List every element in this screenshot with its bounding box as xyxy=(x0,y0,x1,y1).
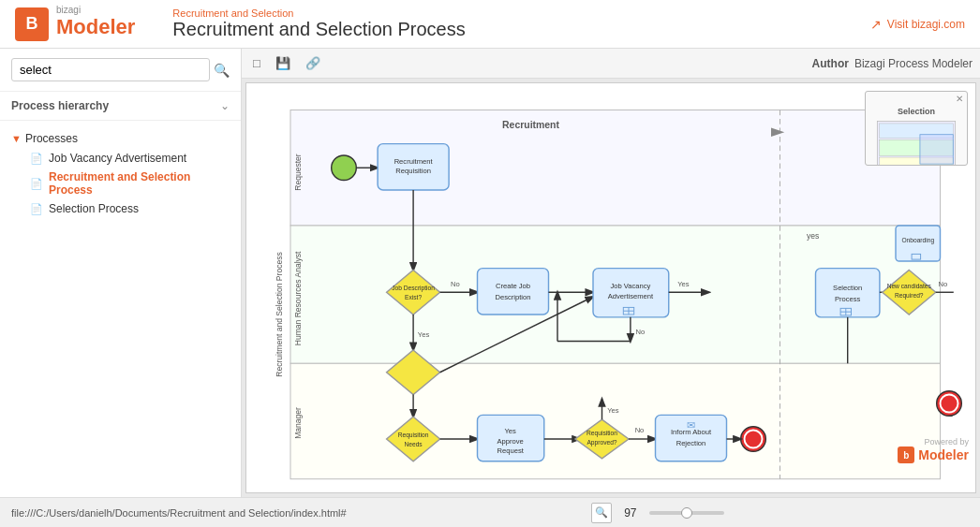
svg-text:New candidates: New candidates xyxy=(887,283,932,289)
svg-text:Onboarding: Onboarding xyxy=(901,237,934,244)
link-button[interactable]: 🔗 xyxy=(302,54,324,72)
process-hierarchy-header: Process hierarchy ⌄ xyxy=(0,92,241,121)
processes-label: Processes xyxy=(25,132,78,145)
tree-group-processes[interactable]: ▼ Processes xyxy=(0,128,241,149)
svg-text:Human Resources Analyst: Human Resources Analyst xyxy=(293,251,303,345)
svg-text:Recruitment: Recruitment xyxy=(394,157,434,166)
process-hierarchy-label: Process hierarchy xyxy=(11,99,109,112)
svg-text:Advertisement: Advertisement xyxy=(608,292,654,300)
svg-text:Requisition: Requisition xyxy=(395,167,431,175)
svg-text:Requisition: Requisition xyxy=(398,432,429,439)
svg-rect-88 xyxy=(920,135,953,164)
search-button[interactable]: 🔍 xyxy=(214,63,230,78)
sidebar: 🔍 Process hierarchy ⌄ ▼ Processes 📄 Job … xyxy=(0,49,242,497)
search-bar: 🔍 xyxy=(0,49,241,92)
svg-text:Manager: Manager xyxy=(293,407,303,439)
svg-text:Rejection: Rejection xyxy=(676,439,706,447)
canvas-author: Author Bizagi Process Modeler xyxy=(812,57,973,70)
svg-text:Approved?: Approved? xyxy=(587,439,616,446)
svg-point-11 xyxy=(332,155,357,181)
svg-text:Approve: Approve xyxy=(497,437,524,446)
tree-item-selection[interactable]: 📄 Selection Process xyxy=(0,199,241,218)
svg-text:Requisition: Requisition xyxy=(587,430,617,437)
svg-text:yes: yes xyxy=(807,231,819,241)
svg-text:Required?: Required? xyxy=(895,292,924,300)
zoom-slider[interactable] xyxy=(649,511,724,515)
file-path: file:///C:/Users/danielh/Documents/Recru… xyxy=(11,507,347,519)
zoom-value: 97 xyxy=(617,506,644,520)
diagram[interactable]: Recruitment and Selection Process Reques… xyxy=(245,82,976,493)
svg-text:Job Description: Job Description xyxy=(392,285,435,292)
external-link-icon: ↗ xyxy=(870,17,882,32)
svg-text:Yes: Yes xyxy=(418,330,430,339)
svg-text:Selection: Selection xyxy=(833,284,862,292)
svg-text:No: No xyxy=(635,426,645,434)
logo-product: Modeler xyxy=(56,15,135,38)
svg-text:Recruitment and Selection Proc: Recruitment and Selection Process xyxy=(275,252,284,377)
doc-icon: 📄 xyxy=(30,153,43,165)
search-input[interactable] xyxy=(11,58,210,81)
tree-item-recruitment[interactable]: 📄 Recruitment and Selection Process xyxy=(0,168,241,199)
zoom-thumb[interactable] xyxy=(681,507,692,519)
svg-text:Exist?: Exist? xyxy=(405,294,422,300)
svg-text:Recruitment: Recruitment xyxy=(502,120,559,130)
svg-text:Job Vacancy: Job Vacancy xyxy=(610,282,650,290)
logo-area: B bizagi Modeler xyxy=(15,7,135,41)
svg-text:Yes: Yes xyxy=(677,280,690,288)
zoom-bar: 🔍 97 xyxy=(591,503,724,523)
canvas-area: □ 💾 🔗 Author Bizagi Process Modeler Recr… xyxy=(242,49,980,497)
svg-rect-3 xyxy=(290,363,941,479)
powered-by: Powered by b Modeler xyxy=(898,437,969,463)
svg-text:Yes: Yes xyxy=(504,427,516,435)
page-title: Recruitment and Selection Process xyxy=(172,19,869,40)
zoom-icon[interactable]: 🔍 xyxy=(591,503,612,523)
minimap-label: Selection xyxy=(866,103,967,120)
doc-icon: 📄 xyxy=(30,203,43,215)
svg-rect-22 xyxy=(478,269,549,315)
svg-text:✉: ✉ xyxy=(687,419,695,431)
tree: ▼ Processes 📄 Job Vacancy Advertisement … xyxy=(0,121,241,226)
title-area: Recruitment and Selection Recruitment an… xyxy=(172,7,869,40)
svg-text:Requester: Requester xyxy=(293,154,303,191)
fit-button[interactable]: □ xyxy=(249,54,264,72)
logo-icon: B xyxy=(15,7,49,41)
svg-text:Request: Request xyxy=(497,446,525,455)
svg-text:No: No xyxy=(636,328,646,336)
save-button[interactable]: 💾 xyxy=(272,54,294,72)
arrow-icon: ▼ xyxy=(11,133,22,144)
minimap-close-button[interactable]: ✕ xyxy=(956,94,963,104)
breadcrumb: Recruitment and Selection xyxy=(172,7,869,19)
svg-point-79 xyxy=(745,431,763,448)
doc-icon: 📄 xyxy=(30,178,43,190)
canvas-toolbar: □ 💾 🔗 Author Bizagi Process Modeler xyxy=(242,49,980,79)
svg-text:Process: Process xyxy=(835,295,861,303)
minimap[interactable]: ✕ Selection xyxy=(865,91,968,166)
svg-text:Create Job: Create Job xyxy=(496,282,530,290)
svg-text:Needs: Needs xyxy=(404,441,423,447)
svg-text:Description: Description xyxy=(496,293,531,301)
svg-point-59 xyxy=(941,395,958,413)
svg-text:No: No xyxy=(451,280,460,288)
visit-link[interactable]: ↗ Visit bizagi.com xyxy=(870,17,965,32)
logo-company: bizagi xyxy=(56,5,135,15)
svg-text:Yes: Yes xyxy=(607,406,619,415)
bottom-bar: file:///C:/Users/danielh/Documents/Recru… xyxy=(0,497,980,527)
svg-text:No: No xyxy=(939,280,948,288)
powered-logo: Modeler xyxy=(918,447,969,462)
tree-item-job-vacancy[interactable]: 📄 Job Vacancy Advertisement xyxy=(0,149,241,168)
collapse-icon[interactable]: ⌄ xyxy=(220,99,230,112)
svg-rect-43 xyxy=(816,269,880,317)
